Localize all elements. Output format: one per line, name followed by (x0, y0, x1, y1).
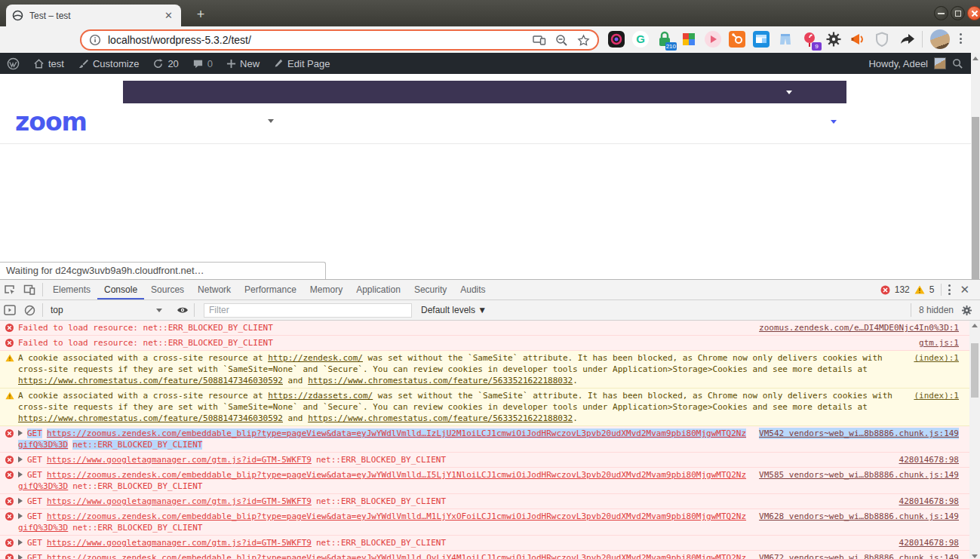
ext-hubspot-icon[interactable] (729, 31, 745, 48)
console-error-row: gtm.js:1 Failed to load resource: net::E… (0, 336, 969, 351)
warning-count[interactable]: 5 (929, 284, 935, 295)
edit-page-menu[interactable]: Edit Page (266, 53, 336, 74)
expand-triangle-icon[interactable] (18, 498, 23, 504)
ext-camera-icon[interactable] (608, 31, 625, 48)
console-scrollbar[interactable] (969, 321, 980, 559)
console-source-link[interactable]: VM542 vendors~web_wi…8b8886.chunk.js:149 (759, 428, 959, 439)
ext-shield-icon[interactable] (874, 31, 890, 48)
warning-link[interactable]: https://www.chromestatus.com/feature/508… (18, 376, 283, 385)
right-dropdown-caret-icon[interactable] (831, 120, 837, 124)
live-expression-eye-icon[interactable] (173, 300, 192, 320)
zoom-out-icon[interactable] (555, 34, 568, 47)
tab-performance[interactable]: Performance (238, 280, 303, 299)
request-url-link[interactable]: https://zoomus.zendesk.com/embeddable_bl… (18, 553, 746, 559)
address-bar[interactable]: localhost/wordpress-5.3.2/test/ (80, 29, 599, 51)
clear-console-icon[interactable] (20, 300, 39, 320)
request-url-link[interactable]: https://www.googletagmanager.com/gtm.js?… (47, 538, 312, 548)
ext-vpn-lock-icon[interactable]: 210 (656, 31, 673, 48)
warning-link[interactable]: https://www.chromestatus.com/feature/563… (308, 376, 573, 385)
ext-window-icon[interactable] (753, 31, 770, 48)
device-toolbar-icon[interactable] (533, 34, 546, 46)
ext-shorts-icon[interactable] (777, 31, 794, 48)
url-text[interactable]: localhost/wordpress-5.3.2/test/ (108, 34, 524, 46)
admin-search-icon[interactable] (952, 58, 963, 69)
console-source-link[interactable]: 428014678:98 (899, 496, 959, 507)
devtools-close-icon[interactable]: ✕ (955, 283, 974, 296)
device-toolbar-toggle-icon[interactable] (20, 280, 39, 299)
tab-application[interactable]: Application (349, 280, 407, 299)
tab-audits[interactable]: Audits (453, 280, 492, 299)
wp-logo-menu[interactable] (0, 53, 26, 74)
howdy-label[interactable]: Howdy, Adeel (868, 58, 928, 69)
log-levels-select[interactable]: Default levels ▼ (421, 305, 487, 315)
expand-triangle-icon[interactable] (18, 554, 23, 559)
inspect-element-icon[interactable] (0, 280, 20, 299)
zoom-logo[interactable]: zoom (15, 107, 87, 137)
tab-sources[interactable]: Sources (144, 280, 191, 299)
console-filter-input[interactable] (204, 303, 412, 318)
user-avatar[interactable] (934, 57, 946, 69)
page-info-icon[interactable] (89, 34, 101, 46)
console-source-link[interactable]: (index):1 (914, 352, 959, 364)
tab-network[interactable]: Network (191, 280, 238, 299)
edit-page-label: Edit Page (287, 58, 330, 69)
profile-avatar[interactable] (930, 29, 950, 49)
site-name-menu[interactable]: test (26, 53, 71, 74)
ext-lollipop-icon[interactable]: 9 (801, 31, 818, 48)
javascript-context-select[interactable]: top (51, 305, 162, 315)
ext-gear-bug-icon[interactable] (825, 31, 842, 48)
browser-tab[interactable]: Test – test ✕ (6, 5, 181, 26)
expand-triangle-icon[interactable] (18, 456, 23, 462)
new-tab-button[interactable]: + (190, 6, 211, 24)
devtools-menu-icon[interactable] (948, 284, 951, 295)
console-source-link[interactable]: zoomus.zendesk.com/e…DI4MDE0Njc4In0%3D:1 (759, 322, 959, 333)
tab-memory[interactable]: Memory (303, 280, 349, 299)
console-source-link[interactable]: gtm.js:1 (919, 337, 959, 349)
console-scroll-down-icon[interactable] (972, 554, 978, 558)
console-source-link[interactable]: VM628 vendors~web_wi…8b8886.chunk.js:149 (759, 511, 959, 522)
new-content-menu[interactable]: New (220, 53, 266, 74)
ext-play-icon[interactable] (705, 31, 721, 48)
page-scrollbar-thumb[interactable] (972, 117, 979, 279)
window-close-button[interactable] (967, 6, 980, 20)
tab-console[interactable]: Console (97, 280, 144, 299)
scroll-up-arrow-icon[interactable] (972, 57, 978, 60)
ext-megaphone-icon[interactable] (849, 31, 866, 48)
tab-security[interactable]: Security (407, 280, 453, 299)
warning-link[interactable]: https://www.chromestatus.com/feature/508… (18, 413, 283, 423)
request-url-link[interactable]: https://www.googletagmanager.com/gtm.js?… (47, 496, 312, 506)
console-source-link[interactable]: 428014678:98 (899, 537, 959, 548)
expand-triangle-icon[interactable] (18, 539, 23, 545)
console-source-link[interactable]: VM585 vendors~web_wi…8b8886.chunk.js:149 (759, 469, 959, 481)
browser-menu-icon[interactable] (960, 33, 962, 44)
bookmark-star-icon[interactable] (577, 34, 590, 47)
console-settings-gear-icon[interactable] (961, 305, 972, 316)
expand-triangle-icon[interactable] (18, 471, 23, 478)
logo-dropdown-caret-icon[interactable] (268, 119, 274, 123)
console-source-link[interactable]: 428014678:98 (899, 454, 959, 465)
updates-menu[interactable]: 20 (146, 53, 185, 74)
expand-triangle-icon[interactable] (18, 513, 23, 519)
warning-link[interactable]: https://www.chromestatus.com/feature/563… (308, 413, 573, 423)
console-sidebar-toggle-icon[interactable] (0, 300, 20, 320)
window-minimize-button[interactable] (934, 6, 948, 20)
error-count[interactable]: 132 (895, 284, 910, 295)
tab-close-icon[interactable]: ✕ (162, 10, 175, 21)
expand-triangle-icon[interactable] (18, 430, 23, 436)
comments-menu[interactable]: 0 (186, 53, 220, 74)
ext-google-icon[interactable] (680, 31, 697, 48)
page-scrollbar[interactable] (971, 53, 980, 279)
warning-link[interactable]: https://zdassets.com/ (268, 391, 373, 401)
nav-dropdown-caret-icon[interactable] (786, 91, 792, 94)
window-maximize-button[interactable] (951, 6, 965, 20)
warning-link[interactable]: http://zendesk.com/ (268, 353, 363, 363)
console-source-link[interactable]: (index):1 (914, 390, 959, 401)
console-scrollbar-thumb[interactable] (971, 343, 978, 398)
tab-elements[interactable]: Elements (46, 280, 97, 299)
console-source-link[interactable]: VM672 vendors~web_wi…8b8886.chunk.js:149 (759, 552, 959, 559)
request-url-link[interactable]: https://www.googletagmanager.com/gtm.js?… (47, 455, 312, 465)
console-scroll-up-icon[interactable] (972, 324, 978, 327)
ext-grammarly-icon[interactable]: G (632, 31, 649, 48)
customize-menu[interactable]: Customize (71, 53, 146, 74)
share-arrow-icon[interactable] (899, 32, 916, 45)
